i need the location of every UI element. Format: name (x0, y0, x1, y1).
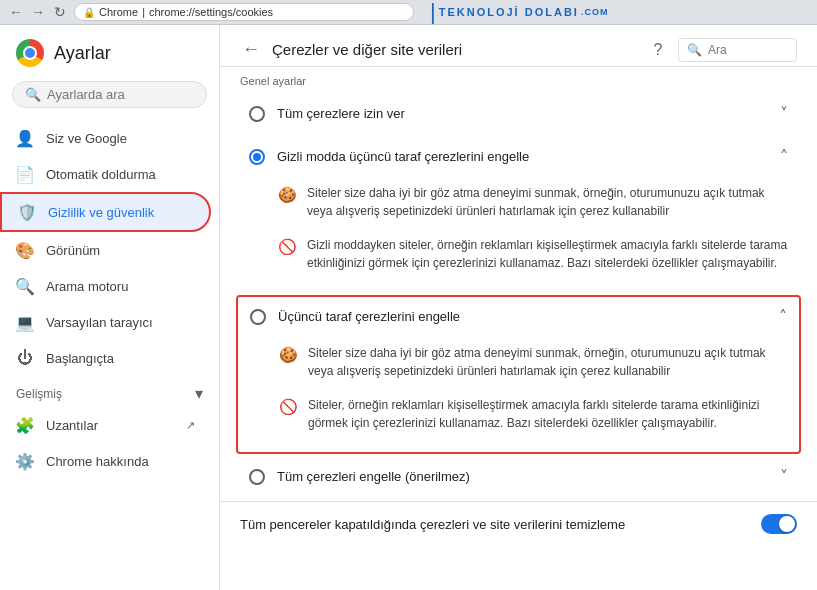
option-header-tum-cerezlere[interactable]: Tüm çerezlere izin ver ˅ (237, 94, 800, 133)
form-icon: 📄 (16, 165, 34, 183)
option-label-gizli-modda: Gizli modda üçüncü taraf çerezlerini eng… (277, 149, 768, 164)
option-body-ucuncu-taraf: 🍪 Siteler size daha iyi bir göz atma den… (238, 336, 799, 452)
option-label-tum-engelle: Tüm çerezleri engelle (önerilmez) (277, 469, 768, 484)
shield-icon: 🛡️ (18, 203, 36, 221)
sidebar-item-gizlilik-ve-guvenlik[interactable]: 🛡️ Gizlilik ve güvenlik (0, 192, 211, 232)
sidebar-label-baslangicta: Başlangıçta (46, 351, 114, 366)
option-gizli-modda[interactable]: Gizli modda üçüncü taraf çerezlerini eng… (236, 136, 801, 293)
back-to-settings-button[interactable]: ← (240, 37, 262, 62)
sub-item-gizli-2: 🚫 Gizli moddayken siteler, örneğin rekla… (277, 228, 788, 280)
back-button[interactable]: ← (8, 4, 24, 20)
page-header-right: ? 🔍 (646, 38, 797, 62)
appearance-icon: 🎨 (16, 241, 34, 259)
block-icon-2: 🚫 (278, 397, 298, 417)
brand-com: .COM (581, 7, 609, 17)
radio-tum-engelle[interactable] (249, 469, 265, 485)
page-header-left: ← Çerezler ve diğer site verileri (240, 37, 462, 62)
app-container: Ayarlar 🔍 👤 Siz ve Google 📄 Otomatik dol… (0, 25, 817, 590)
page-title: Çerezler ve diğer site verileri (272, 41, 462, 58)
sidebar-item-gorunum[interactable]: 🎨 Görünüm (0, 232, 211, 268)
sub-item-gizli-1: 🍪 Siteler size daha iyi bir göz atma den… (277, 176, 788, 228)
address-bar[interactable]: 🔒 Chrome | chrome://settings/cookies (74, 3, 414, 21)
sub-text-ucuncu-1: Siteler size daha iyi bir göz atma deney… (308, 344, 787, 380)
option-ucuncu-taraf[interactable]: Üçüncü taraf çerezlerini engelle ˄ 🍪 Sit… (236, 295, 801, 454)
browser-chrome: ← → ↻ 🔒 Chrome | chrome://settings/cooki… (0, 0, 817, 25)
sidebar-search-icon: 🔍 (25, 87, 41, 102)
search-engine-icon: 🔍 (16, 277, 34, 295)
sidebar-label-uzantilar: Uzantılar (46, 418, 98, 433)
sidebar-section-gelismis: Gelişmiş ▾ (0, 376, 219, 407)
sidebar-title: Ayarlar (54, 43, 111, 64)
refresh-button[interactable]: ↻ (52, 4, 68, 20)
address-url: chrome://settings/cookies (149, 6, 273, 18)
search-icon: 🔍 (687, 43, 702, 57)
sidebar-label-otomatik-doldurma: Otomatik doldurma (46, 167, 156, 182)
sidebar-header: Ayarlar (0, 25, 219, 81)
sidebar-label-arama: Arama motoru (46, 279, 128, 294)
radio-tum-cerezlere[interactable] (249, 106, 265, 122)
chevron-down-icon: ▾ (195, 384, 203, 403)
sidebar-item-varsayilan-tarayici[interactable]: 💻 Varsayılan tarayıcı (0, 304, 211, 340)
extensions-icon: 🧩 (16, 416, 34, 434)
option-tum-cerezlere-izin-ver[interactable]: Tüm çerezlere izin ver ˅ (236, 93, 801, 134)
external-link-icon: ↗ (186, 419, 195, 432)
brand-pipe: | (430, 0, 437, 25)
brand-logo: | TEKNOLOJİ DOLABI .COM (430, 0, 608, 25)
block-icon-1: 🚫 (277, 237, 297, 257)
toggle-temizleme-row: Tüm pencereler kapatıldığında çerezleri … (220, 501, 817, 546)
sidebar-item-uzantilar[interactable]: 🧩 Uzantılar ↗ (0, 407, 211, 443)
sidebar: Ayarlar 🔍 👤 Siz ve Google 📄 Otomatik dol… (0, 25, 220, 590)
option-header-ucuncu-taraf[interactable]: Üçüncü taraf çerezlerini engelle ˄ (238, 297, 799, 336)
sidebar-search-input[interactable] (47, 87, 194, 102)
sidebar-item-otomatik-doldurma[interactable]: 📄 Otomatik doldurma (0, 156, 211, 192)
sidebar-label-varsayilan: Varsayılan tarayıcı (46, 315, 153, 330)
sidebar-label-chrome-hakkinda: Chrome hakkında (46, 454, 149, 469)
cookie-icon-1: 🍪 (277, 185, 297, 205)
sidebar-item-baslangicta[interactable]: ⏻ Başlangıçta (0, 340, 211, 376)
sidebar-label-gizlilik: Gizlilik ve güvenlik (48, 205, 154, 220)
startup-icon: ⏻ (16, 349, 34, 367)
forward-button[interactable]: → (30, 4, 46, 20)
main-search-input[interactable] (708, 43, 788, 57)
sidebar-label-gorunum: Görünüm (46, 243, 100, 258)
option-header-gizli-modda[interactable]: Gizli modda üçüncü taraf çerezlerini eng… (237, 137, 800, 176)
sidebar-item-arama-motoru[interactable]: 🔍 Arama motoru (0, 268, 211, 304)
chevron-down-tum-engelle: ˅ (780, 467, 788, 486)
lock-icon: 🔒 (83, 7, 95, 18)
main-content: ← Çerezler ve diğer site verileri ? 🔍 Ge… (220, 25, 817, 590)
section-label-genel: Genel ayarlar (220, 67, 817, 91)
page-header: ← Çerezler ve diğer site verileri ? 🔍 (220, 25, 817, 67)
cookie-icon-2: 🍪 (278, 345, 298, 365)
chrome-logo (16, 39, 44, 67)
option-tum-cerezleri-engelle[interactable]: Tüm çerezleri engelle (önerilmez) ˅ (236, 456, 801, 497)
option-body-gizli-modda: 🍪 Siteler size daha iyi bir göz atma den… (237, 176, 800, 292)
toggle-temizleme[interactable] (761, 514, 797, 534)
radio-ucuncu-taraf[interactable] (250, 309, 266, 325)
toggle-temizleme-label: Tüm pencereler kapatıldığında çerezleri … (240, 517, 625, 532)
address-tab-label: Chrome (99, 6, 138, 18)
chevron-down-tum-cerezlere: ˅ (780, 104, 788, 123)
chevron-up-gizli-modda: ˄ (780, 147, 788, 166)
address-separator: | (142, 6, 145, 18)
sub-item-ucuncu-1: 🍪 Siteler size daha iyi bir göz atma den… (278, 336, 787, 388)
radio-gizli-modda[interactable] (249, 149, 265, 165)
sidebar-search[interactable]: 🔍 (12, 81, 207, 108)
sidebar-item-siz-ve-google[interactable]: 👤 Siz ve Google (0, 120, 211, 156)
sub-text-gizli-1: Siteler size daha iyi bir göz atma deney… (307, 184, 788, 220)
chevron-up-ucuncu-taraf: ˄ (779, 307, 787, 326)
option-label-tum-cerezlere: Tüm çerezlere izin ver (277, 106, 768, 121)
option-header-tum-engelle[interactable]: Tüm çerezleri engelle (önerilmez) ˅ (237, 457, 800, 496)
person-icon: 👤 (16, 129, 34, 147)
sub-item-ucuncu-2: 🚫 Siteler, örneğin reklamları kişiselleş… (278, 388, 787, 440)
sub-text-ucuncu-2: Siteler, örneğin reklamları kişiselleşti… (308, 396, 787, 432)
option-label-ucuncu-taraf: Üçüncü taraf çerezlerini engelle (278, 309, 767, 324)
sidebar-label-siz-ve-google: Siz ve Google (46, 131, 127, 146)
sub-text-gizli-2: Gizli moddayken siteler, örneğin reklaml… (307, 236, 788, 272)
browser-icon: 💻 (16, 313, 34, 331)
help-button[interactable]: ? (646, 38, 670, 62)
brand-name: TEKNOLOJİ DOLABI (439, 6, 579, 18)
sidebar-item-chrome-hakkinda[interactable]: ⚙️ Chrome hakkında (0, 443, 211, 479)
chrome-about-icon: ⚙️ (16, 452, 34, 470)
main-search-field[interactable]: 🔍 (678, 38, 797, 62)
